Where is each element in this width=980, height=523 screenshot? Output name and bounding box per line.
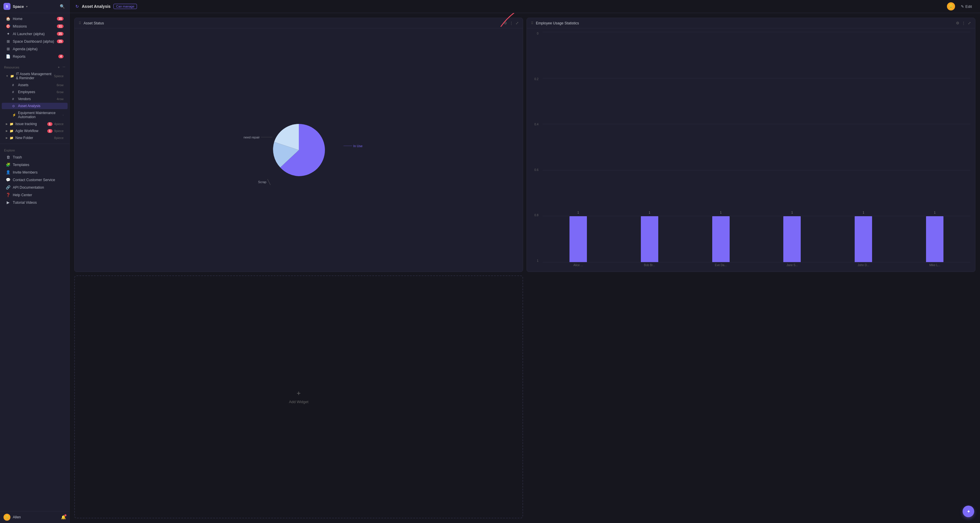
- more-icon[interactable]: ⋮: [509, 21, 513, 25]
- resource-equipment-maintenance[interactable]: ⚡ Equipment Maintenance Automation ·: [2, 110, 68, 120]
- resource-asset-analysis[interactable]: ⊙ Asset Analysis: [2, 103, 68, 109]
- expand-icon[interactable]: ⤢: [515, 21, 519, 25]
- sidebar-item-api-docs[interactable]: 🔗 API Documentation: [2, 184, 68, 191]
- resource-employees[interactable]: # Employees 6row: [2, 89, 68, 95]
- resource-label: Assets: [18, 83, 55, 87]
- add-widget-label: Add Widget: [289, 400, 309, 404]
- label-line-scrap: [267, 179, 273, 185]
- trash-icon: 🗑: [6, 155, 10, 159]
- notification-dot: [64, 514, 67, 516]
- space-logo[interactable]: S Space ▾: [3, 3, 27, 10]
- bar-value: 1: [791, 211, 793, 214]
- sidebar-item-reports[interactable]: 📄 Reports 4: [2, 53, 68, 60]
- expand-icon[interactable]: ⤢: [968, 21, 971, 25]
- resource-assets[interactable]: # Assets 6row: [2, 82, 68, 88]
- reports-icon: 📄: [6, 54, 10, 59]
- more-icon[interactable]: ⋮: [962, 21, 966, 25]
- widget-header-asset-status: ⠿ Asset Status ⚙ ⋮ ⤢: [75, 18, 523, 29]
- svg-line-2: [267, 179, 270, 185]
- pie-chart-svg: [270, 121, 328, 179]
- settings-icon[interactable]: ⚙: [504, 21, 507, 25]
- sidebar-item-help-center[interactable]: ❓ Help Center: [2, 191, 68, 199]
- label-line-in-use: [344, 146, 352, 146]
- sidebar-item-trash[interactable]: 🗑 Trash: [2, 153, 68, 161]
- resource-label: Issue tracking: [15, 122, 46, 126]
- widget-actions-asset-status: ⚙ ⋮ ⤢: [504, 21, 519, 25]
- ai-icon: ✦: [6, 32, 10, 36]
- x-label-john: John D...: [829, 263, 898, 268]
- analysis-icon: ⊙: [12, 104, 16, 108]
- help-icon: ❓: [6, 193, 10, 197]
- sidebar-item-space-dashboard[interactable]: ⊞ Space Dashboard (alpha) 15: [2, 38, 68, 45]
- resource-agile-workflow[interactable]: ▶ 📁 Agile Workflow 1 9piece: [2, 128, 68, 134]
- widget-body-employee: 1 0.8 0.6 0.4 0.2 0: [527, 29, 975, 272]
- nav-label: Reports: [13, 54, 56, 59]
- add-widget-card[interactable]: + Add Widget: [74, 276, 523, 519]
- permission-badge: Can manage: [113, 4, 137, 9]
- video-icon: ▶: [6, 200, 10, 205]
- resource-label: Vendors: [18, 97, 55, 101]
- sidebar-item-ai-launcher[interactable]: ✦ AI Launcher (alpha) 15: [2, 30, 68, 37]
- dashboard-icon: ⊞: [6, 39, 10, 43]
- widget-body-asset-status: need repair In Use Scrap: [75, 29, 523, 272]
- bar-value: 1: [862, 211, 864, 214]
- resource-new-folder[interactable]: ▶ 📁 New Folder 8piece: [2, 135, 68, 141]
- bar-john: 1: [829, 211, 898, 262]
- folder-icon: 📁: [10, 122, 14, 126]
- drag-handle-icon[interactable]: ⠿: [79, 21, 81, 25]
- widget-employee-usage: ⠿ Employee Usage Statistics ⚙ ⋮ ⤢ 1 0.8 …: [527, 18, 975, 272]
- notification-icon[interactable]: 🔔: [61, 515, 66, 520]
- widget-asset-status: ⠿ Asset Status ⚙ ⋮ ⤢: [74, 18, 523, 272]
- bar-rect: [855, 216, 872, 262]
- bar-rect: [712, 216, 730, 262]
- resource-label: Employees: [18, 90, 55, 94]
- x-label-jane: Jane S...: [757, 263, 827, 268]
- drag-handle-icon[interactable]: ⠿: [531, 21, 533, 25]
- explore-section-header: Explore: [0, 146, 69, 153]
- ai-badge: 15: [57, 32, 64, 36]
- page-title: Asset Analysis: [82, 4, 111, 9]
- home-badge: 15: [57, 17, 64, 21]
- add-resource-icon[interactable]: ＋: [57, 65, 60, 69]
- resource-count: 9piece: [54, 129, 64, 132]
- sidebar-item-agenda[interactable]: ⊞ Agenda (alpha): [2, 45, 68, 53]
- pie-label-in-use: In Use: [344, 144, 363, 148]
- folder-icon: 📁: [10, 129, 14, 133]
- resource-count: 6row: [57, 90, 64, 94]
- sidebar-item-templates[interactable]: 🧩 Templates: [2, 161, 68, 168]
- sidebar-item-contact-support[interactable]: 💬 Contact Customer Service: [2, 176, 68, 183]
- resource-label: New Folder: [15, 136, 52, 140]
- settings-icon[interactable]: ⚙: [956, 21, 959, 25]
- grid-icon: #: [12, 90, 16, 94]
- members-icon: 👤: [6, 170, 10, 174]
- floating-help-button[interactable]: ✦: [963, 505, 974, 517]
- expand-arrow-icon: ▼: [6, 75, 8, 78]
- search-icon[interactable]: 🔍: [59, 3, 66, 10]
- bar-eve: 1: [686, 211, 756, 262]
- nav-label: Home: [13, 17, 54, 21]
- bar-mike: 1: [900, 211, 969, 262]
- bar-value: 1: [578, 211, 579, 214]
- bar-bob: 1: [615, 211, 684, 262]
- sidebar-item-invite-members[interactable]: 👤 Invite Members: [2, 169, 68, 176]
- edit-button[interactable]: ✎ Edit: [959, 3, 974, 10]
- expand-arrow-icon: ▶: [6, 129, 8, 132]
- resource-it-assets[interactable]: ▼ 📁 IT Assets Management & Reminder 5pie…: [2, 71, 68, 81]
- folder-icon: 📁: [10, 136, 14, 140]
- empty-grid-cell: [527, 276, 975, 519]
- x-label-bob: Bob Br...: [615, 263, 684, 268]
- nav-label: Missions: [13, 24, 54, 29]
- sidebar-item-home[interactable]: 🏠 Home 15: [2, 15, 68, 22]
- topbar: ↻ Asset Analysis Can manage 😊 ✎ Edit: [70, 0, 980, 13]
- user-name: Allen: [13, 515, 21, 519]
- resource-issue-tracking[interactable]: ▶ 📁 Issue tracking 1 4piece: [2, 121, 68, 127]
- more-resource-icon[interactable]: ···: [63, 65, 65, 69]
- grid-icon: #: [12, 97, 16, 101]
- bar-value: 1: [720, 211, 722, 214]
- nav-label: Agenda (alpha): [13, 47, 64, 51]
- sidebar-item-tutorial-videos[interactable]: ▶ Tutorial Videos: [2, 199, 68, 206]
- sidebar-item-missions[interactable]: 🎯 Missions 11: [2, 22, 68, 30]
- home-icon: 🏠: [6, 16, 10, 21]
- resource-vendors[interactable]: # Vendors 4row: [2, 96, 68, 102]
- widget-title-asset-status: Asset Status: [84, 21, 501, 25]
